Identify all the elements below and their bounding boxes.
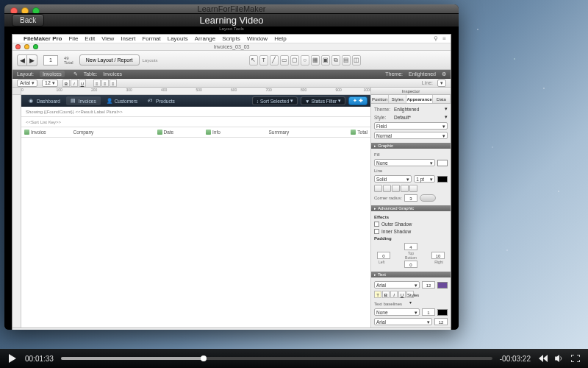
- tab-position[interactable]: Position: [371, 95, 389, 103]
- next-record-icon[interactable]: ▶: [27, 54, 37, 66]
- nav-dashboard[interactable]: ◉ Dashboard: [24, 96, 65, 105]
- theme-menu-icon[interactable]: ▾: [445, 106, 448, 112]
- rrect-tool-icon[interactable]: ▢: [290, 55, 299, 66]
- menu-layouts[interactable]: Layouts: [168, 35, 188, 42]
- align-left-icon[interactable]: ≡: [93, 79, 101, 87]
- sort-selected-button[interactable]: ↕ Sort Selected ▾: [252, 96, 298, 105]
- menu-edit[interactable]: Edit: [85, 35, 95, 42]
- line-width-picker[interactable]: 1 pt▾: [414, 175, 435, 183]
- status-filter-button[interactable]: ▼ Status Filter ▾: [301, 96, 345, 105]
- disclosure-icon[interactable]: [24, 130, 29, 135]
- menu-insert[interactable]: Insert: [121, 35, 135, 42]
- fill-picker[interactable]: None▾: [374, 159, 435, 166]
- rewind-button[interactable]: [538, 353, 548, 364]
- add-button[interactable]: ✦ ✚: [348, 96, 368, 105]
- bold-icon-2[interactable]: B: [382, 291, 390, 298]
- text-color-swatch[interactable]: [437, 282, 448, 289]
- section-graphic[interactable]: Graphic: [371, 143, 451, 149]
- doc-close-icon[interactable]: [15, 44, 21, 49]
- more-styles-icon[interactable]: Styles ▾: [406, 291, 414, 298]
- seek-thumb[interactable]: [201, 355, 207, 361]
- search-icon[interactable]: ⚲: [434, 35, 438, 42]
- back-button[interactable]: Back: [12, 14, 44, 26]
- italic-icon-2[interactable]: I: [390, 291, 398, 298]
- layout-picker[interactable]: Invoices: [40, 71, 65, 77]
- doc-zoom-icon[interactable]: [33, 44, 38, 49]
- baseline-color-swatch[interactable]: [437, 309, 448, 316]
- tab-appearance[interactable]: Appearance: [406, 95, 432, 103]
- corner-slider[interactable]: [420, 194, 436, 202]
- fm-app-name[interactable]: FileMaker Pro: [24, 35, 62, 42]
- line-spacing-picker[interactable]: ▾: [437, 79, 446, 87]
- line-color-swatch[interactable]: [437, 176, 448, 183]
- pencil-icon[interactable]: ✎: [74, 71, 78, 77]
- font-picker[interactable]: Arial▾: [17, 79, 37, 87]
- baseline-picker[interactable]: None▾: [374, 308, 420, 316]
- state-picker[interactable]: Normal▾: [374, 132, 448, 139]
- new-layout-button[interactable]: New Layout / Report: [79, 54, 140, 66]
- text-size-2[interactable]: 12: [434, 318, 448, 325]
- menu-format[interactable]: Format: [142, 35, 160, 42]
- menu-file[interactable]: File: [68, 35, 78, 42]
- baseline-width[interactable]: 1: [422, 308, 435, 316]
- highlight-icon[interactable]: T: [374, 291, 381, 298]
- section-text[interactable]: Text: [371, 272, 451, 277]
- doc-minimize-icon[interactable]: [24, 44, 29, 49]
- menu-arrange[interactable]: Arrange: [195, 35, 215, 42]
- section-advanced[interactable]: Advanced Graphic: [371, 205, 451, 211]
- seek-track[interactable]: [61, 357, 492, 360]
- nav-customers[interactable]: 👤 Customers: [102, 96, 142, 105]
- doc-traffic-lights[interactable]: [15, 44, 38, 49]
- corner-all-icon[interactable]: [374, 185, 382, 192]
- pointer-tool-icon[interactable]: ↖: [249, 55, 258, 66]
- tab-tool-icon[interactable]: ⧉: [331, 55, 340, 66]
- portal-tool-icon[interactable]: ▤: [342, 55, 351, 66]
- text-tool-icon[interactable]: T: [259, 55, 268, 66]
- text-font-picker[interactable]: Arial▾: [374, 281, 420, 289]
- chart-tool-icon[interactable]: ◫: [352, 55, 361, 66]
- volume-button[interactable]: [554, 353, 564, 364]
- prev-record-icon[interactable]: ◀: [17, 54, 27, 66]
- nav-products[interactable]: 🏷 Products: [143, 96, 179, 105]
- button-tool-icon[interactable]: ▣: [321, 55, 330, 66]
- field-tool-icon[interactable]: ▦: [311, 55, 320, 66]
- italic-icon[interactable]: I: [71, 79, 78, 87]
- pad-left-input[interactable]: 0: [377, 252, 390, 259]
- corner-br-icon[interactable]: [409, 185, 417, 192]
- rect-tool-icon[interactable]: ▭: [280, 55, 289, 66]
- pad-bottom-input[interactable]: 0: [404, 261, 417, 268]
- disclosure-icon[interactable]: [206, 130, 211, 135]
- record-number-input[interactable]: 1: [43, 55, 58, 66]
- disclosure-icon[interactable]: [157, 130, 162, 135]
- layout-canvas[interactable]: 0 100 200 300 400 500 600 700 800 900 10…: [12, 88, 371, 328]
- corner-buttons[interactable]: [374, 185, 417, 192]
- bold-icon[interactable]: B: [62, 79, 70, 87]
- align-right-icon[interactable]: ≡: [110, 79, 117, 87]
- play-button[interactable]: [7, 353, 18, 364]
- theme-gear-icon[interactable]: ⚙: [442, 71, 446, 77]
- line-tool-icon[interactable]: ╱: [270, 55, 279, 66]
- tab-data[interactable]: Data: [433, 95, 451, 103]
- align-center-icon[interactable]: ≡: [101, 79, 109, 87]
- corner-tr-icon[interactable]: [392, 185, 400, 192]
- tab-styles[interactable]: Styles: [389, 95, 406, 103]
- record-nav[interactable]: ◀ ▶: [17, 54, 37, 66]
- menu-help[interactable]: Help: [274, 35, 286, 42]
- pad-right-input[interactable]: 10: [431, 252, 445, 259]
- inner-shadow-checkbox[interactable]: [374, 229, 379, 234]
- disclosure-icon[interactable]: [351, 130, 356, 135]
- menu-window[interactable]: Window: [247, 35, 268, 42]
- line-style-picker[interactable]: Solid▾: [374, 175, 412, 183]
- menu-view[interactable]: View: [101, 35, 114, 42]
- pad-top-input[interactable]: 4: [404, 243, 417, 250]
- oval-tool-icon[interactable]: ○: [301, 55, 309, 66]
- nav-invoices[interactable]: ▤ Invoices: [66, 96, 101, 105]
- size-picker[interactable]: 12▾: [42, 79, 58, 87]
- corner-tl-icon[interactable]: [383, 185, 391, 192]
- text-size-input[interactable]: 12: [422, 281, 435, 289]
- corner-radius-input[interactable]: 3: [404, 194, 417, 202]
- underline-icon[interactable]: U: [79, 79, 86, 87]
- fill-swatch[interactable]: [437, 160, 448, 166]
- outer-shadow-checkbox[interactable]: [374, 222, 379, 227]
- text-font-picker-2[interactable]: Arial▾: [374, 318, 432, 325]
